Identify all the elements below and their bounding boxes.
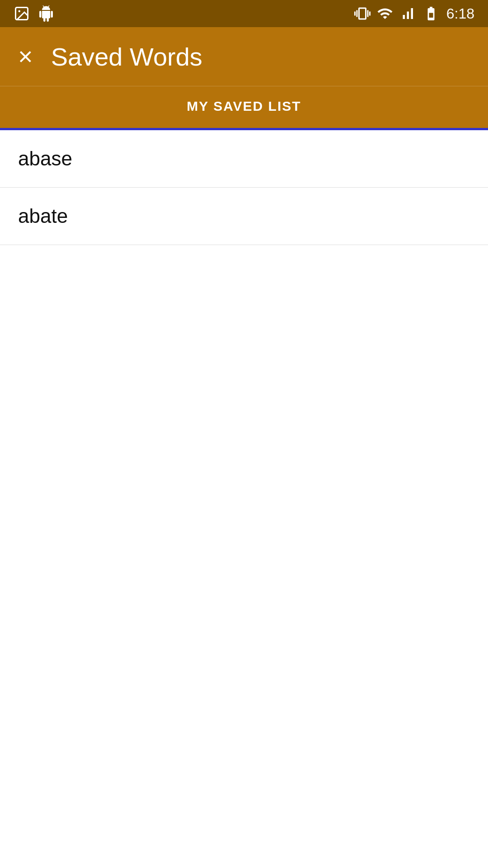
word-item-abase[interactable]: abase <box>0 130 488 188</box>
word-text: abate <box>18 205 68 227</box>
page-title: Saved Words <box>51 42 202 71</box>
image-icon <box>14 5 30 22</box>
status-bar-left <box>14 5 54 22</box>
word-text: abase <box>18 147 72 170</box>
svg-point-1 <box>19 10 21 13</box>
svg-rect-2 <box>429 13 433 18</box>
word-list: abase abate <box>0 130 488 245</box>
toolbar: × Saved Words <box>0 27 488 86</box>
tab-bar: MY SAVED LIST <box>0 86 488 130</box>
tab-indicator <box>0 128 488 130</box>
wifi-icon <box>377 5 393 22</box>
status-bar: 6:18 <box>0 0 488 27</box>
vibrate-icon <box>354 5 371 22</box>
status-bar-right: 6:18 <box>354 5 474 22</box>
word-item-abate[interactable]: abate <box>0 188 488 245</box>
close-button[interactable]: × <box>18 44 33 69</box>
tab-my-saved-list[interactable]: MY SAVED LIST <box>187 99 301 118</box>
status-time: 6:18 <box>446 5 474 22</box>
android-icon <box>38 5 54 22</box>
battery-icon <box>422 5 440 22</box>
signal-icon <box>399 5 416 22</box>
